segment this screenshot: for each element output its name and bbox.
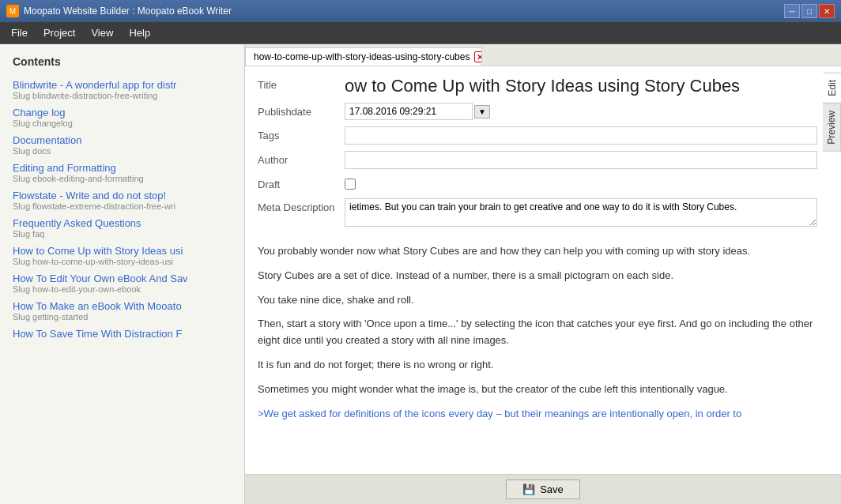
content-para-6: Sometimes you might wonder what the imag…: [258, 382, 817, 398]
edit-panel: Title ow to Come Up with Story Ideas usi…: [245, 66, 841, 474]
meta-desc-input[interactable]: ietimes. But you can train your brain to…: [345, 198, 817, 227]
tags-input[interactable]: [345, 126, 817, 145]
sidebar-item-save-time[interactable]: How To Save Time With Distraction F: [0, 325, 244, 343]
content-text: You probably wonder now what Story Cubes…: [258, 235, 817, 438]
tab-label: how-to-come-up-with-story-ideas-using-st…: [254, 51, 470, 62]
title-bar: M Moopato Website Builder : Moopato eBoo…: [0, 0, 841, 22]
meta-desc-label: Meta Description: [258, 198, 345, 213]
tags-field: [345, 126, 817, 145]
menu-view[interactable]: View: [83, 24, 121, 42]
author-field: [345, 151, 817, 169]
date-dropdown-icon[interactable]: ▼: [474, 105, 490, 118]
save-icon: 💾: [522, 483, 535, 495]
sidebar: Contents Blindwrite - A wonderful app fo…: [0, 44, 245, 504]
app-icon: M: [6, 5, 19, 17]
sidebar-item-edit-ebook-slug: Slug how-to-edit-your-own-ebook: [13, 284, 232, 294]
sidebar-item-edit-ebook-title: How To Edit Your Own eBook And Sav: [13, 273, 232, 284]
save-button[interactable]: 💾 Save: [506, 480, 580, 499]
sidebar-item-story-ideas-slug: Slug how-to-come-up-with-story-ideas-usi: [13, 257, 232, 266]
publishdate-row: Publishdate ▼: [258, 103, 817, 120]
sidebar-item-edit-ebook[interactable]: How To Edit Your Own eBook And Sav Slug …: [0, 269, 244, 297]
sidebar-item-editing-title: Editing and Formatting: [13, 162, 232, 174]
sidebar-item-faq-title: Frequently Asked Questions: [13, 217, 232, 229]
sidebar-item-changelog-title: Change log: [13, 107, 232, 118]
save-bar: 💾 Save: [245, 474, 841, 504]
sidebar-item-faq[interactable]: Frequently Asked Questions Slug faq: [0, 214, 244, 242]
sidebar-item-flowstate[interactable]: Flowstate - Write and do not stop! Slug …: [0, 186, 244, 214]
sidebar-item-blindwrite[interactable]: Blindwrite - A wonderful app for distr S…: [0, 76, 244, 103]
sidebar-item-changelog-slug: Slug changelog: [13, 118, 232, 128]
publishdate-input[interactable]: [345, 103, 473, 120]
content-para-3: You take nine dice, shake and roll.: [258, 292, 817, 309]
title-value[interactable]: ow to Come Up with Story Ideas using Sto…: [345, 76, 817, 96]
tags-row: Tags: [258, 126, 817, 145]
meta-desc-row: Meta Description ietimes. But you can tr…: [258, 198, 817, 229]
sidebar-item-blindwrite-title: Blindwrite - A wonderful app for distr: [13, 79, 232, 91]
save-label: Save: [540, 483, 564, 495]
menu-bar: File Project View Help: [0, 22, 841, 44]
draft-row: Draft: [258, 175, 817, 192]
sidebar-item-story-ideas-title: How to Come Up with Story Ideas usi: [13, 245, 232, 257]
active-tab[interactable]: how-to-come-up-with-story-ideas-using-st…: [245, 47, 482, 66]
sidebar-item-editing-slug: Slug ebook-editing-and-formatting: [13, 174, 232, 183]
menu-file[interactable]: File: [3, 24, 36, 42]
tab-bar: how-to-come-up-with-story-ideas-using-st…: [245, 44, 841, 66]
publishdate-label: Publishdate: [258, 103, 345, 118]
sidebar-item-flowstate-slug: Slug flowstate-extreme-distraction-free-…: [13, 201, 232, 211]
window-title: Moopato Website Builder : Moopato eBook …: [24, 6, 232, 17]
sidebar-item-documentation-slug: Slug docs: [13, 146, 232, 156]
author-input[interactable]: [345, 151, 817, 169]
title-row: Title ow to Come Up with Story Ideas usi…: [258, 76, 817, 96]
sidebar-item-make-ebook-title: How To Make an eBook With Mooato: [13, 300, 232, 312]
author-row: Author: [258, 151, 817, 169]
sidebar-item-changelog[interactable]: Change log Slug changelog: [0, 103, 244, 131]
sidebar-item-documentation-title: Documentation: [13, 134, 232, 146]
close-button[interactable]: ✕: [819, 4, 835, 18]
sidebar-item-story-ideas[interactable]: How to Come Up with Story Ideas usi Slug…: [0, 242, 244, 269]
content-area: how-to-come-up-with-story-ideas-using-st…: [245, 44, 841, 504]
tab-close-button[interactable]: ✕: [474, 51, 482, 62]
title-bar-left: M Moopato Website Builder : Moopato eBoo…: [6, 5, 232, 17]
sidebar-item-editing[interactable]: Editing and Formatting Slug ebook-editin…: [0, 159, 244, 186]
sidebar-item-blindwrite-slug: Slug blindwrite-distraction-free-writing: [13, 91, 232, 100]
content-para-5: It is fun and do not forget; there is no…: [258, 357, 817, 374]
content-para-1: You probably wonder now what Story Cubes…: [258, 243, 817, 260]
tags-label: Tags: [258, 126, 345, 141]
menu-help[interactable]: Help: [121, 24, 158, 42]
menu-project[interactable]: Project: [36, 24, 83, 42]
author-label: Author: [258, 151, 345, 166]
sidebar-item-make-ebook[interactable]: How To Make an eBook With Mooato Slug ge…: [0, 297, 244, 325]
sidebar-item-flowstate-title: Flowstate - Write and do not stop!: [13, 190, 232, 201]
sidebar-item-make-ebook-slug: Slug getting-started: [13, 312, 232, 322]
publishdate-field: ▼: [345, 103, 817, 120]
preview-tab[interactable]: Preview: [823, 103, 841, 152]
title-label: Title: [258, 76, 345, 91]
restore-button[interactable]: □: [801, 4, 817, 18]
sidebar-title: Contents: [0, 52, 244, 76]
window-controls: ─ □ ✕: [784, 4, 835, 18]
minimize-button[interactable]: ─: [784, 4, 800, 18]
edit-tab[interactable]: Edit: [823, 73, 841, 103]
meta-desc-field: ietimes. But you can train your brain to…: [345, 198, 817, 229]
side-tabs: Edit Preview: [823, 73, 841, 151]
content-para-2: Story Cubes are a set of dice. Instead o…: [258, 268, 817, 284]
main-container: Contents Blindwrite - A wonderful app fo…: [0, 44, 841, 504]
sidebar-item-save-time-title: How To Save Time With Distraction F: [13, 328, 232, 340]
content-para-4: Then, start a story with 'Once upon a ti…: [258, 316, 817, 349]
sidebar-item-documentation[interactable]: Documentation Slug docs: [0, 131, 244, 159]
content-para-7: >We get asked for definitions of the ico…: [258, 406, 817, 423]
draft-checkbox[interactable]: [345, 179, 356, 190]
draft-field: [345, 175, 817, 192]
draft-label: Draft: [258, 175, 345, 190]
sidebar-item-faq-slug: Slug faq: [13, 229, 232, 239]
